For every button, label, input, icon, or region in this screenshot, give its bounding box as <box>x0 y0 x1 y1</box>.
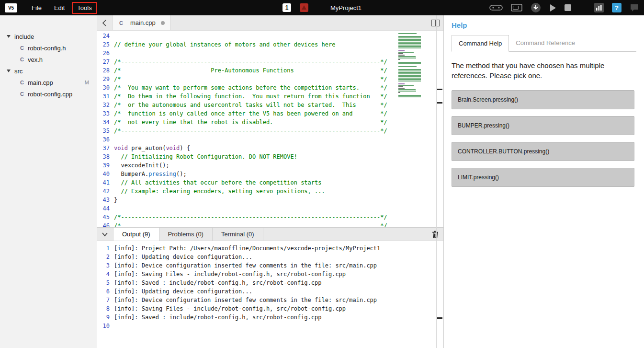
slot-indicator[interactable]: 1 <box>282 3 291 12</box>
chevron-expanded-icon <box>7 70 11 72</box>
file-name: robot-config.h <box>28 45 66 52</box>
help-icon[interactable]: ? <box>612 3 621 12</box>
download-icon[interactable] <box>531 2 541 13</box>
help-option-button[interactable]: BUMPER.pressing() <box>452 116 634 135</box>
output-text: [info]: Saving Files - include/robot-con… <box>114 304 346 313</box>
tab-command-help[interactable]: Command Help <box>452 35 509 52</box>
tab-terminal[interactable]: Terminal (0) <box>213 228 263 241</box>
feedback-icon[interactable] <box>630 3 639 12</box>
modified-dot-icon <box>161 21 165 25</box>
help-option-button[interactable]: Brain.Screen.pressing() <box>452 90 634 109</box>
output-text: [info]: Device configuration inserted fe… <box>114 261 377 270</box>
minimap-line <box>398 52 414 53</box>
code-line: 27/*------------------------------------… <box>97 58 443 66</box>
minimap-line <box>398 39 421 40</box>
line-number: 40 <box>97 170 114 178</box>
help-option-button[interactable]: CONTROLLER.BUTTON.pressing() <box>452 142 634 161</box>
minimap-line <box>398 73 421 74</box>
tab-problems[interactable]: Problems (0) <box>159 228 213 241</box>
tab-label: main.cpp <box>130 19 156 26</box>
dashboard-icon[interactable] <box>594 3 604 12</box>
cpp-file-icon: C <box>19 80 25 85</box>
code-text: /* Pre-Autonomous Functions */ <box>114 66 387 75</box>
output-text: [info]: Saved : include/robot-config.h, … <box>114 313 321 322</box>
minimap-line <box>398 72 421 73</box>
code-line: 36 <box>97 135 443 144</box>
tab-command-reference[interactable]: Command Reference <box>509 35 582 51</box>
file-main-cpp[interactable]: Cmain.cppM <box>0 77 97 88</box>
code-text: // Example: clearing encoders, setting s… <box>114 187 325 196</box>
file-name: robot-config.cpp <box>28 91 72 98</box>
code-text: /* not every time that the robot is disa… <box>114 118 387 127</box>
line-number: 1 <box>97 244 114 253</box>
cpp-file-icon: C <box>118 20 124 26</box>
menu-edit[interactable]: Edit <box>49 2 69 13</box>
code-text: /*--------------------------------------… <box>114 213 387 221</box>
help-header: Help Command HelpCommand Reference <box>444 15 644 52</box>
minimap-line <box>398 91 416 92</box>
minimap-line <box>398 45 421 46</box>
stop-icon[interactable] <box>565 4 571 11</box>
code-line: 38 // Initializing Robot Configuration. … <box>97 152 443 161</box>
output-line: 4[info]: Saving Files - include/robot-co… <box>97 270 443 278</box>
minimap-line <box>398 63 421 64</box>
minimap-line <box>398 49 423 50</box>
vexcode-window: V5 FileEditTools 1 MyProject1 <box>0 0 644 348</box>
line-number: 30 <box>97 83 114 92</box>
help-option-button[interactable]: LIMIT.pressing() <box>452 168 634 187</box>
controller-icon[interactable] <box>489 4 503 12</box>
help-message: The method that you have choosen has mul… <box>452 60 634 81</box>
code-text: /* or the autonomous and usercontrol tas… <box>114 101 387 109</box>
line-number: 28 <box>97 66 114 75</box>
folder-include[interactable]: include <box>0 31 97 42</box>
code-line: 29/* */ <box>97 75 443 83</box>
code-line: 40 BumperA.pressing(); <box>97 170 443 178</box>
code-text: vexcodeInit(); <box>114 161 169 170</box>
line-number: 8 <box>97 304 114 313</box>
minimap-line <box>398 35 423 35</box>
scrollbar-track[interactable] <box>436 15 437 348</box>
minimap-line <box>398 62 421 63</box>
run-icon[interactable] <box>549 4 556 12</box>
code-editor[interactable]: 2425// define your global instances of m… <box>97 31 443 227</box>
file-name: main.cpp <box>28 79 53 86</box>
scroll-marker <box>437 89 442 90</box>
menu-tools[interactable]: Tools <box>72 2 96 13</box>
line-number: 45 <box>97 213 114 221</box>
tab-main-cpp[interactable]: C main.cpp <box>112 15 171 30</box>
collapse-panel-button[interactable] <box>97 228 113 241</box>
folder-src[interactable]: src <box>0 65 97 77</box>
clear-output-button[interactable] <box>432 228 439 241</box>
titlebar: V5 FileEditTools 1 MyProject1 <box>0 0 644 15</box>
menu-file[interactable]: File <box>27 2 46 13</box>
line-number: 43 <box>97 196 114 204</box>
line-number: 41 <box>97 178 114 187</box>
back-button[interactable] <box>97 15 112 30</box>
code-line: 35/*------------------------------------… <box>97 127 443 135</box>
file-robot-config-cpp[interactable]: Crobot-config.cpp <box>0 88 97 100</box>
code-text: void pre_auton(void) { <box>114 144 190 152</box>
folder-name: include <box>14 33 34 40</box>
menu-bar: FileEditTools <box>27 2 97 13</box>
minimap-line <box>398 59 400 60</box>
output-text: [info]: Updating device configuration... <box>114 253 252 261</box>
file-vex-h[interactable]: Cvex.h <box>0 54 97 65</box>
bottom-panel-tabs: Output (9)Problems (0)Terminal (0) <box>113 228 263 241</box>
code-text: // define your global instances of motor… <box>114 40 335 49</box>
folder-name: src <box>14 68 23 75</box>
line-number: 6 <box>97 287 114 296</box>
file-robot-config-h[interactable]: Crobot-config.h <box>0 42 97 54</box>
code-line: 41 // All activities that occur before t… <box>97 178 443 187</box>
brain-icon[interactable] <box>511 4 522 12</box>
split-editor-icon[interactable] <box>431 15 440 30</box>
cpp-file-icon: C <box>19 45 25 51</box>
output-text: [info]: Device configuration inserted fe… <box>114 296 377 304</box>
tab-output[interactable]: Output (9) <box>113 228 159 241</box>
minimap-line <box>398 60 423 61</box>
line-number: 10 <box>97 322 114 330</box>
minimap-line <box>398 96 421 97</box>
line-number: 7 <box>97 296 114 304</box>
minimap[interactable] <box>398 32 423 98</box>
minimap-line <box>398 47 421 48</box>
line-number: 38 <box>97 152 114 161</box>
